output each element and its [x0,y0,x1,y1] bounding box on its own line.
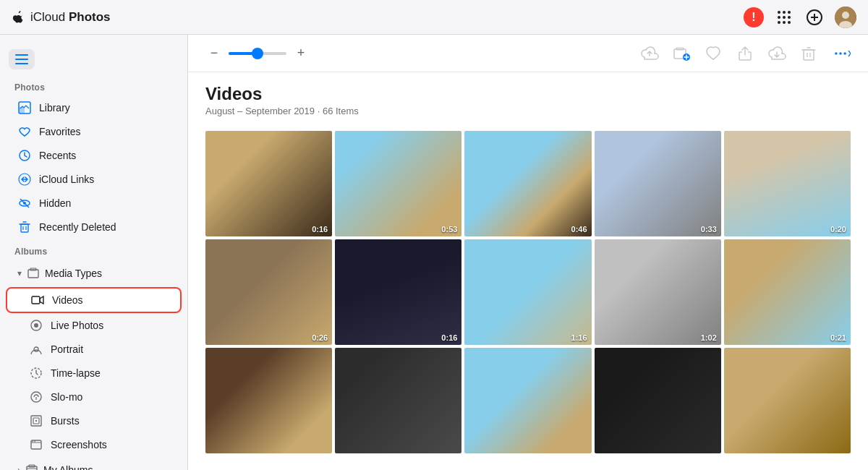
sidebar-item-icloud-links[interactable]: iCloud Links [6,168,182,191]
sidebar-item-media-types[interactable]: ▾ Media Types [6,260,182,286]
svg-rect-38 [35,420,37,422]
svg-rect-30 [32,296,40,304]
sidebar-item-live-photos[interactable]: Live Photos [6,314,182,337]
time-lapse-icon [29,366,43,380]
svg-rect-17 [15,63,28,64]
svg-point-4 [783,16,786,19]
photo-thumb[interactable]: 0:21 [724,239,851,345]
svg-point-3 [778,16,780,19]
share-button[interactable] [735,43,755,64]
more-options-button[interactable] [830,43,851,64]
sidebar-item-time-lapse[interactable]: Time-lapse [6,362,182,385]
upload-icloud-button[interactable] [639,43,660,64]
sidebar-item-recents[interactable]: Recents [6,144,182,167]
sidebar-item-my-albums[interactable]: › My Albums [6,457,182,470]
sidebar-item-portrait[interactable]: Portrait [6,338,182,361]
library-icon [17,101,32,115]
svg-point-2 [788,11,791,14]
sidebar-item-videos[interactable]: Videos [6,287,182,313]
toolbar-left: − + [205,46,310,61]
photo-duration: 1:16 [571,333,587,342]
download-button[interactable] [767,43,787,64]
grid-icon[interactable] [774,7,794,27]
svg-rect-47 [804,50,814,60]
favorites-icon [17,124,32,139]
photo-thumb[interactable]: 0:53 [335,131,461,236]
icloud-links-label: iCloud Links [39,174,94,185]
photo-thumb[interactable] [335,348,461,453]
add-button-icon[interactable] [804,7,825,27]
photo-thumb[interactable]: 0:46 [464,131,591,236]
top-bar-right: ! [744,7,856,28]
photo-thumb[interactable] [595,348,721,453]
avatar[interactable] [835,7,856,28]
sidebar-item-recently-deleted[interactable]: Recently Deleted [6,215,182,239]
hidden-icon [17,196,32,210]
photo-duration: 1:02 [701,333,717,342]
zoom-out-button[interactable]: − [205,46,223,61]
my-albums-label: My Albums [43,464,93,470]
portrait-label: Portrait [51,343,83,355]
photo-thumb[interactable] [464,348,591,453]
sidebar-collapse-button[interactable] [9,49,35,69]
favorites-button[interactable] [703,43,723,64]
delete-button[interactable] [799,43,819,64]
bursts-label: Bursts [51,415,80,427]
sidebar-toggle-area [0,43,187,75]
live-photos-label: Live Photos [51,320,103,331]
photo-thumb[interactable] [205,348,332,453]
top-bar: iCloud Photos ! [0,0,868,35]
svg-point-8 [788,21,791,24]
sidebar-item-library[interactable]: Library [6,96,182,119]
photo-duration: 0:16 [312,225,328,234]
photo-thumb[interactable]: 0:16 [335,239,461,345]
recents-label: Recents [39,150,76,161]
photo-duration: 0:20 [830,225,846,234]
sidebar-item-screenshots[interactable]: Screenshots [6,433,182,456]
sidebar-item-slo-mo[interactable]: Slo-mo [6,385,182,409]
svg-point-13 [842,12,849,19]
chevron-right-icon: › [17,465,20,470]
icloud-links-icon [17,172,32,187]
zoom-slider[interactable] [229,52,286,55]
screenshots-icon [29,437,43,452]
warning-badge[interactable]: ! [744,7,764,27]
photo-thumb[interactable]: 0:26 [205,239,332,345]
sidebar-item-favorites[interactable]: Favorites [6,120,182,143]
photo-duration: 0:16 [441,333,457,342]
photo-thumb[interactable] [724,348,851,453]
svg-point-50 [835,52,838,55]
photo-thumb[interactable]: 1:02 [595,239,721,345]
bursts-icon [29,414,43,428]
portrait-icon [29,342,43,356]
main-layout: Photos Library Favorites [0,35,868,470]
svg-point-7 [783,21,786,24]
svg-point-40 [32,441,33,443]
svg-point-5 [788,16,791,19]
zoom-in-button[interactable]: + [292,46,310,61]
time-lapse-label: Time-lapse [51,367,101,379]
photo-thumb[interactable]: 0:33 [595,131,721,236]
videos-icon [30,293,45,307]
photo-duration: 0:33 [701,225,717,234]
photo-thumb[interactable]: 0:16 [205,131,332,236]
add-to-album-button[interactable] [671,43,692,64]
chevron-down-icon: ▾ [17,268,22,278]
svg-point-41 [34,441,35,443]
svg-point-51 [839,52,842,55]
svg-point-0 [778,11,780,14]
top-bar-left: iCloud Photos [12,10,111,25]
photo-thumb[interactable]: 0:20 [724,131,851,236]
gallery-header: Videos August – September 2019 · 66 Item… [188,72,868,122]
sidebar-item-hidden[interactable]: Hidden [6,192,182,215]
gallery-grid: 0:160:530:460:330:200:260:161:161:020:21 [188,122,868,470]
live-photos-icon [29,318,43,333]
app-title: iCloud Photos [30,10,111,25]
screenshots-label: Screenshots [51,439,107,450]
library-label: Library [39,102,70,114]
photo-thumb[interactable]: 1:16 [464,239,591,345]
sidebar-item-bursts[interactable]: Bursts [6,409,182,432]
svg-rect-16 [15,59,28,60]
svg-point-52 [843,52,846,55]
recently-deleted-icon [17,220,32,234]
